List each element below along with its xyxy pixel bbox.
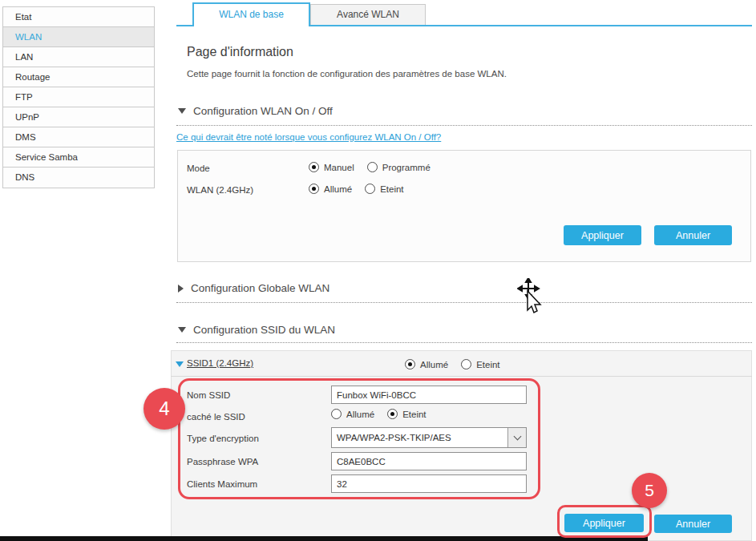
section-title: Configuration Globale WLAN (191, 282, 329, 294)
sidebar-item-lan[interactable]: LAN (3, 47, 154, 67)
clients-maximum-input[interactable] (331, 474, 527, 493)
mode-manuel-radio[interactable] (309, 162, 319, 172)
section-title: Configuration SSID du WLAN (193, 324, 335, 336)
cache-allume-label[interactable]: Allumé (346, 410, 374, 419)
sidebar-item-ftp[interactable]: FTP (3, 87, 154, 107)
nom-ssid-input[interactable] (331, 386, 527, 404)
ssid1-header-divider (171, 376, 752, 377)
sidebar-item-upnp[interactable]: UPnP (3, 107, 154, 127)
wlan-24ghz-label: WLAN (2.4GHz) (187, 185, 253, 195)
annotation-step-4: 4 (144, 388, 185, 430)
section-divider (176, 302, 752, 303)
section-divider (176, 342, 752, 343)
ssid1-eteint-label[interactable]: Eteint (476, 360, 499, 369)
onoff-cancel-button[interactable]: Annuler (654, 225, 732, 245)
section-header-ssid-wlan[interactable]: Configuration SSID du WLAN (178, 324, 335, 336)
ssid-cancel-button[interactable]: Annuler (654, 515, 732, 533)
wlan-onoff-panel (177, 150, 751, 262)
sidebar-item-etat[interactable]: Etat (3, 7, 154, 27)
section-divider (176, 125, 752, 126)
tab-wlan-de-base[interactable]: WLAN de base (192, 2, 310, 26)
type-encryption-label: Type d'encryption (187, 434, 259, 443)
mode-programme-label[interactable]: Programmé (382, 163, 431, 172)
section-title: Configuration WLAN On / Off (193, 105, 333, 117)
page-description: Cette page fournit la fonction de config… (187, 69, 507, 79)
clients-maximum-label: Clients Maximum (187, 479, 257, 489)
collapse-triangle-icon (178, 327, 186, 333)
cache-ssid-label: caché le SSID (187, 412, 245, 422)
router-config-page: Etat WLAN LAN Routage FTP UPnP DMS Servi… (0, 0, 756, 541)
annotation-step-5: 5 (632, 473, 667, 508)
wlan-eteint-radio[interactable] (365, 184, 375, 194)
mode-programme-radio[interactable] (367, 162, 378, 172)
cache-eteint-label[interactable]: Eteint (402, 410, 426, 419)
cache-eteint-radio[interactable] (387, 409, 398, 419)
dropdown-arrow-button[interactable] (507, 428, 526, 447)
ssid1-allume-label[interactable]: Allumé (420, 360, 448, 369)
ssid1-eteint-radio[interactable] (461, 359, 471, 369)
encryption-selected-value: WPA/WPA2-PSK-TKIP/AES (332, 428, 507, 447)
section-header-wlan-onoff[interactable]: Configuration WLAN On / Off (178, 105, 333, 117)
mode-manuel-label[interactable]: Manuel (324, 163, 354, 172)
encryption-select[interactable]: WPA/WPA2-PSK-TKIP/AES (331, 427, 527, 448)
nom-ssid-label: Nom SSID (187, 390, 230, 400)
ssid1-collapse-triangle-icon (176, 361, 184, 367)
mode-label: Mode (187, 164, 210, 173)
cache-allume-radio[interactable] (331, 409, 342, 419)
sidebar-item-routage[interactable]: Routage (3, 67, 154, 87)
passphrase-wpa-input[interactable] (331, 452, 527, 470)
collapse-triangle-icon (178, 108, 186, 114)
mode-radio-group: Manuel Programmé (309, 162, 443, 172)
ssid1-allume-radio[interactable] (405, 359, 415, 369)
ssid-apply-button[interactable]: Appliquer (564, 514, 644, 532)
expand-triangle-icon (178, 285, 184, 293)
ssid1-state-radio-group: Allumé Eteint (405, 359, 513, 369)
section-header-globale-wlan[interactable]: Configuration Globale WLAN (178, 282, 329, 294)
move-cursor-pointer-icon (517, 278, 544, 315)
wlan-allume-radio[interactable] (309, 184, 319, 194)
wlan-allume-label[interactable]: Allumé (324, 184, 352, 194)
sidebar-item-dms[interactable]: DMS (3, 127, 154, 147)
sidebar-item-wlan[interactable]: WLAN (3, 27, 154, 47)
sidebar-nav: Etat WLAN LAN Routage FTP UPnP DMS Servi… (2, 6, 155, 188)
sidebar-item-service-samba[interactable]: Service Samba (3, 147, 154, 168)
onoff-apply-button[interactable]: Appliquer (564, 225, 641, 245)
chevron-down-icon (513, 433, 521, 441)
tab-avance-wlan[interactable]: Avancé WLAN (310, 4, 426, 25)
wlan-onoff-help-link[interactable]: Ce qui devrait être noté lorsque vous co… (176, 132, 441, 142)
wlan-eteint-label[interactable]: Eteint (380, 184, 403, 194)
ssid1-link[interactable]: SSID1 (2.4GHz) (187, 358, 253, 368)
wlan-state-radio-group: Allumé Eteint (309, 184, 417, 194)
page-title: Page d'information (187, 45, 293, 59)
passphrase-wpa-label: Passphrase WPA (187, 457, 258, 466)
cache-ssid-radio-group: Allumé Eteint (331, 409, 439, 419)
bottom-black-bar (0, 536, 648, 541)
sidebar-item-dns[interactable]: DNS (3, 168, 154, 188)
